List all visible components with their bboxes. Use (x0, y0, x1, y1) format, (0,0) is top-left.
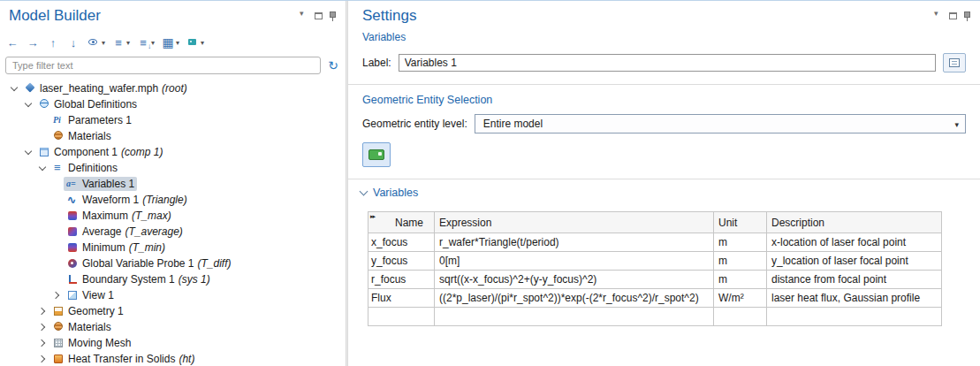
float-panel-icon[interactable] (315, 12, 323, 19)
variables-section-header[interactable]: Variables (348, 179, 980, 199)
expander-icon[interactable] (35, 161, 49, 175)
dropdown-caret-icon[interactable]: ▾ (126, 39, 130, 47)
float-panel-icon[interactable] (949, 12, 957, 19)
refresh-icon[interactable]: ↻ (326, 59, 340, 72)
variable-cell-desc[interactable] (767, 308, 942, 326)
down-arrow-button[interactable] (65, 34, 82, 51)
variable-cell-name[interactable]: y_focus (368, 252, 435, 271)
back-arrow-icon (5, 35, 19, 50)
tree-item[interactable]: Minimum(T_min) (0, 240, 346, 255)
forward-arrow-button[interactable] (24, 34, 42, 51)
variables-table: NameExpressionUnitDescription x_focusr_w… (368, 211, 942, 326)
variable-cell-desc[interactable]: laser heat flux, Gaussian profile (767, 289, 942, 308)
tree-item[interactable]: laser_heating_wafer.mph(root) (0, 80, 346, 96)
variable-cell-unit[interactable]: W/m² (714, 289, 767, 308)
variable-cell-expr[interactable]: ((2*p_laser)/(pi*r_spot^2))*exp(-(2*r_fo… (435, 289, 714, 308)
minimum-icon (66, 241, 80, 254)
geometric-entity-level-select[interactable]: Entire model ▾ (475, 114, 966, 133)
panel-menu-icon[interactable] (300, 11, 308, 20)
table-columns-button[interactable]: ▾ (159, 34, 181, 51)
filter-input[interactable] (5, 57, 321, 74)
label-input[interactable] (399, 54, 936, 72)
tree-item-label: Geometry 1 (68, 305, 124, 317)
expander-icon[interactable] (35, 304, 49, 318)
tree-item[interactable]: Parameters 1 (0, 112, 346, 128)
tree-item[interactable]: Global Variable Probe 1(T_diff) (0, 255, 346, 271)
variables-section-title: Variables (373, 187, 418, 199)
column-header-expression: Expression (435, 212, 714, 233)
active-selection-icon (368, 149, 384, 160)
variable-cell-expr[interactable]: 0[m] (435, 252, 714, 271)
expander-icon[interactable] (21, 145, 35, 159)
variable-cell-desc[interactable]: x-location of laser focal point (767, 233, 942, 252)
tree-item-label: Waveform 1 (82, 194, 139, 206)
dropdown-caret-icon[interactable]: ▾ (102, 39, 105, 47)
variable-cell-name[interactable]: x_focus (368, 233, 435, 252)
label-row: Label: (362, 53, 966, 72)
variable-cell-expr[interactable] (435, 308, 714, 326)
tree-item[interactable]: Geometry 1 (0, 303, 346, 319)
dropdown-caret-icon[interactable]: ▾ (201, 39, 204, 47)
back-arrow-button[interactable] (4, 34, 21, 51)
expander-icon[interactable] (35, 352, 49, 366)
variable-cell-name[interactable]: Flux (368, 289, 435, 308)
tree-item-suffix: (Triangle) (142, 194, 186, 206)
tree-item[interactable]: Moving Mesh (0, 335, 346, 351)
tree-item[interactable]: Average(T_average) (0, 224, 346, 240)
tree-item[interactable]: View 1 (0, 287, 346, 303)
row-marker-icon (370, 213, 375, 220)
tree-item-label: laser_heating_wafer.mph (40, 82, 158, 95)
tree-item-label: Boundary System 1 (82, 273, 175, 286)
active-selection-toggle[interactable] (362, 142, 391, 167)
expander-icon[interactable] (21, 97, 35, 111)
variable-cell-expr[interactable]: r_wafer*Triangle(t/period) (435, 233, 714, 252)
expander-spacer (49, 177, 64, 191)
tree-item[interactable]: Definitions (0, 160, 346, 176)
tree-item[interactable]: Waveform 1(Triangle) (0, 192, 346, 208)
collapse-tree-button[interactable]: ▾ (110, 34, 132, 51)
down-arrow-icon (66, 35, 80, 50)
expander-icon[interactable] (35, 320, 49, 334)
tree-item[interactable]: Materials (0, 128, 346, 144)
dropdown-caret-icon[interactable]: ▾ (176, 39, 179, 47)
pin-panel-icon[interactable] (963, 11, 971, 21)
collapse-chevron-icon[interactable] (360, 187, 368, 196)
tree-item[interactable]: Variables 1 (0, 176, 346, 192)
variable-cell-desc[interactable]: y_location of laser focal point (767, 252, 942, 271)
tree-item[interactable]: Component 1(comp 1) (0, 144, 346, 160)
column-header-unit: Unit (714, 212, 767, 233)
panel-options-button[interactable] (943, 53, 966, 72)
variables-table-body: x_focusr_wafer*Triangle(t/period)mx-loca… (368, 233, 942, 326)
variable-cell-desc[interactable]: distance from focal point (767, 271, 942, 289)
expander-icon[interactable] (7, 81, 21, 95)
variable-cell-expr[interactable]: sqrt((x-x_focus)^2+(y-y_focus)^2) (435, 271, 714, 289)
tree-item[interactable]: Maximum(T_max) (0, 208, 346, 224)
variable-cell-unit[interactable]: m (714, 233, 767, 252)
show-button[interactable]: ▾ (85, 34, 107, 51)
tree-item[interactable]: Boundary System 1(sys 1) (0, 271, 346, 287)
tree-item-suffix: (root) (162, 82, 187, 95)
label-field-caption: Label: (362, 57, 391, 69)
pin-panel-icon[interactable] (329, 11, 337, 21)
model-builder-title: Model Builder (9, 7, 300, 25)
expander-icon[interactable] (35, 336, 49, 350)
dropdown-caret-icon[interactable]: ▾ (151, 39, 155, 47)
panel-menu-icon[interactable] (934, 11, 943, 20)
materials-icon (52, 130, 65, 142)
component-icon (38, 146, 51, 158)
variable-cell-unit[interactable]: m (714, 252, 767, 271)
tree-item[interactable]: Materials (0, 319, 346, 335)
tree-item[interactable]: Heat Transfer in Solids(ht) (0, 351, 346, 366)
materials-icon (52, 321, 65, 333)
variable-cell-unit[interactable] (714, 308, 767, 326)
variable-cell-name[interactable] (368, 308, 435, 326)
up-arrow-button[interactable] (44, 34, 62, 51)
expander-icon[interactable] (49, 288, 64, 302)
variable-cell-unit[interactable]: m (714, 271, 767, 289)
node-label-button[interactable]: ▾ (184, 34, 206, 51)
tree-item-label: Moving Mesh (68, 337, 131, 349)
sort-tree-button[interactable]: ▾ (134, 34, 156, 51)
geometry-icon (52, 305, 65, 317)
variable-cell-name[interactable]: r_focus (368, 271, 435, 289)
tree-item[interactable]: Global Definitions (0, 96, 346, 112)
